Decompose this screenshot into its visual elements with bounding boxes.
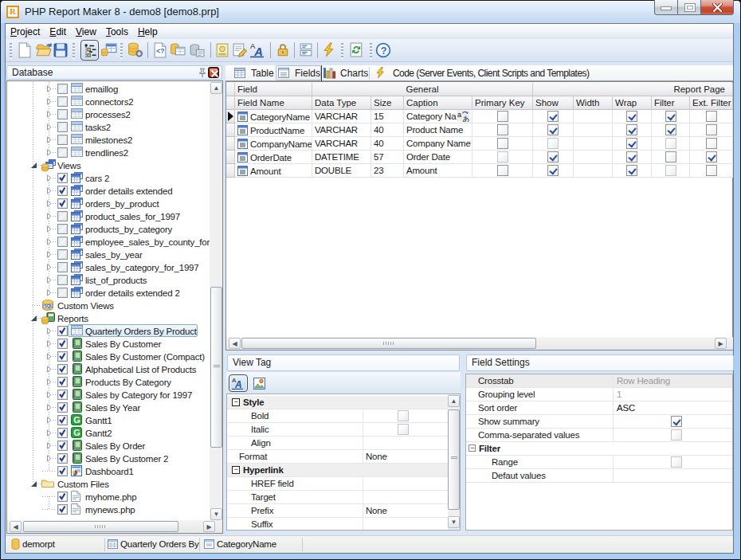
- svg-text:A: A: [253, 45, 263, 58]
- svg-text:SQL: SQL: [44, 303, 53, 308]
- svg-text:G: G: [73, 415, 80, 425]
- svg-text:a: a: [457, 111, 461, 119]
- svg-text:あ: あ: [463, 115, 470, 122]
- svg-text:?: ?: [381, 45, 387, 57]
- svg-text:A: A: [234, 379, 242, 390]
- svg-text:G: G: [73, 428, 80, 437]
- svg-text:<?: <?: [156, 47, 164, 55]
